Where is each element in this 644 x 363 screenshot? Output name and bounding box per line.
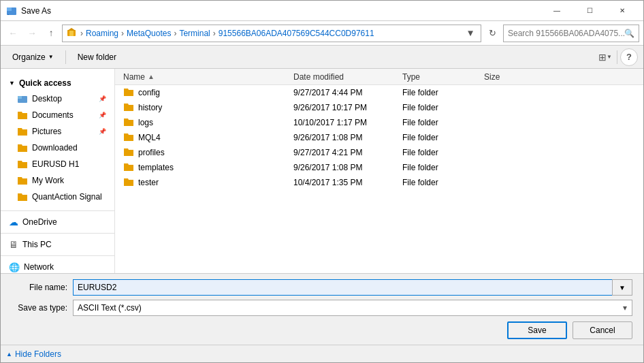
forward-button[interactable]: → bbox=[24, 25, 40, 42]
pictures-icon bbox=[17, 126, 28, 137]
file-row[interactable]: profiles 9/27/2017 4:21 PM File folder bbox=[115, 145, 643, 160]
file-row[interactable]: history 9/26/2017 10:17 PM File folder bbox=[115, 100, 643, 115]
dialog-icon bbox=[6, 5, 17, 16]
folder-icon bbox=[123, 177, 134, 189]
svg-rect-7 bbox=[18, 96, 22, 99]
sidebar-item-documents[interactable]: Documents 📌 bbox=[1, 107, 114, 123]
hide-folders-bar[interactable]: ▲ Hide Folders bbox=[1, 345, 643, 362]
svg-rect-2 bbox=[7, 14, 9, 15]
svg-marker-5 bbox=[67, 28, 76, 31]
documents-icon bbox=[17, 110, 28, 121]
minimize-button[interactable]: — bbox=[541, 1, 573, 21]
breadcrumb-current[interactable]: 915566BA06ADA407569C544CC0D97611 bbox=[219, 29, 374, 38]
breadcrumb-metaquotes[interactable]: MetaQuotes bbox=[127, 29, 171, 38]
quick-access-chevron: ▼ bbox=[9, 80, 15, 86]
save-button[interactable]: Save bbox=[507, 321, 567, 339]
filename-dropdown-button[interactable]: ▼ bbox=[612, 279, 632, 296]
breadcrumb: › Roaming › MetaQuotes › Terminal › 9155… bbox=[62, 25, 481, 42]
help-button[interactable]: ? bbox=[620, 48, 638, 66]
thispc-icon: 🖥 bbox=[9, 239, 18, 250]
header-size: Size bbox=[484, 72, 538, 82]
up-button[interactable]: ↑ bbox=[43, 25, 59, 42]
folder-icon bbox=[123, 87, 134, 99]
maximize-button[interactable]: ☐ bbox=[574, 1, 605, 21]
sidebar-item-mywork[interactable]: My Work bbox=[1, 172, 114, 189]
filename-input[interactable] bbox=[73, 279, 613, 296]
pin-icon: 📌 bbox=[99, 112, 106, 119]
file-row[interactable]: templates 9/26/2017 1:08 PM File folder bbox=[115, 160, 643, 175]
search-box: 🔍 bbox=[503, 25, 639, 42]
cancel-button[interactable]: Cancel bbox=[573, 321, 632, 339]
sort-arrow-icon: ▲ bbox=[148, 73, 155, 80]
sidebar-item-desktop[interactable]: Desktop 📌 bbox=[1, 91, 114, 107]
toolbar-separator bbox=[65, 50, 66, 64]
sidebar-item-network[interactable]: 🌐 Network bbox=[1, 259, 114, 273]
toolbar-separator-2 bbox=[617, 50, 617, 64]
search-input[interactable] bbox=[508, 29, 624, 38]
desktop-icon bbox=[17, 93, 28, 104]
address-bar: ← → ↑ › Roaming › MetaQuotes › Terminal … bbox=[1, 21, 643, 46]
file-row[interactable]: tester 10/4/2017 1:35 PM File folder bbox=[115, 175, 643, 190]
breadcrumb-roaming[interactable]: Roaming bbox=[86, 29, 118, 38]
file-row[interactable]: logs 10/10/2017 1:17 PM File folder bbox=[115, 115, 643, 130]
folder-icon bbox=[123, 102, 134, 114]
sidebar-divider-3 bbox=[1, 255, 114, 256]
saveastype-select[interactable]: ASCII Text (*.csv) CSV (*.csv) All Files… bbox=[73, 300, 632, 316]
sidebar-divider-1 bbox=[1, 210, 114, 211]
mywork-icon bbox=[17, 175, 28, 186]
filename-label: File name: bbox=[12, 283, 73, 292]
onedrive-icon: ☁ bbox=[9, 217, 18, 227]
sidebar-item-quantaction[interactable]: QuantAction Signal bbox=[1, 189, 114, 205]
filename-row: File name: ▼ bbox=[12, 279, 632, 296]
saveastype-select-wrapper: ASCII Text (*.csv) CSV (*.csv) All Files… bbox=[73, 300, 632, 316]
save-as-dialog: Save As — ☐ ✕ ← → ↑ › Roaming › MetaQuot… bbox=[0, 0, 644, 363]
header-name: Name ▲ bbox=[123, 72, 293, 82]
action-row: Save Cancel bbox=[12, 320, 632, 339]
quick-access-section: ▼ Quick access Desktop 📌 Documents 📌 bbox=[1, 72, 114, 208]
title-bar: Save As — ☐ ✕ bbox=[1, 1, 643, 21]
view-dropdown-icon: ▼ bbox=[607, 54, 612, 60]
sidebar-item-eurusd[interactable]: EURUSD H1 bbox=[1, 156, 114, 172]
close-button[interactable]: ✕ bbox=[607, 1, 638, 21]
sidebar-item-pictures[interactable]: Pictures 📌 bbox=[1, 123, 114, 140]
hide-folders-label: Hide Folders bbox=[15, 349, 61, 359]
svg-rect-1 bbox=[7, 7, 12, 11]
sidebar-item-thispc[interactable]: 🖥 This PC bbox=[1, 236, 114, 253]
sidebar-item-downloaded[interactable]: Downloaded bbox=[1, 140, 114, 156]
svg-rect-4 bbox=[69, 30, 74, 36]
breadcrumb-terminal[interactable]: Terminal bbox=[179, 29, 210, 38]
toolbar-right: ⊞ ▼ ? bbox=[596, 48, 638, 66]
header-type: Type bbox=[402, 72, 484, 82]
quantaction-icon bbox=[17, 191, 28, 202]
organize-button[interactable]: Organize ▼ bbox=[6, 48, 60, 66]
folder-icon bbox=[123, 132, 134, 144]
content-area: ▼ Quick access Desktop 📌 Documents 📌 bbox=[1, 69, 643, 273]
sidebar-item-onedrive[interactable]: ☁ OneDrive bbox=[1, 214, 114, 230]
hide-folders-icon: ▲ bbox=[6, 351, 12, 358]
file-row[interactable]: MQL4 9/26/2017 1:08 PM File folder bbox=[115, 130, 643, 145]
new-folder-button[interactable]: New folder bbox=[71, 48, 123, 66]
organize-dropdown-icon: ▼ bbox=[48, 54, 54, 60]
quick-access-header: ▼ Quick access bbox=[1, 74, 114, 91]
sidebar-divider-2 bbox=[1, 233, 114, 234]
breadcrumb-dropdown-button[interactable]: ▼ bbox=[464, 27, 477, 40]
eurusd-icon bbox=[17, 159, 28, 170]
folder-icon bbox=[123, 117, 134, 129]
sidebar: ▼ Quick access Desktop 📌 Documents 📌 bbox=[1, 69, 115, 273]
saveastype-row: Save as type: ASCII Text (*.csv) CSV (*.… bbox=[12, 300, 632, 316]
file-row[interactable]: config 9/27/2017 4:44 PM File folder bbox=[115, 85, 643, 100]
toolbar: Organize ▼ New folder ⊞ ▼ ? bbox=[1, 46, 643, 69]
window-title: Save As bbox=[21, 6, 541, 16]
pin-icon: 📌 bbox=[99, 128, 106, 135]
saveastype-label: Save as type: bbox=[12, 303, 73, 313]
search-icon: 🔍 bbox=[624, 29, 634, 38]
network-icon: 🌐 bbox=[9, 262, 20, 272]
bottom-bar: File name: ▼ Save as type: ASCII Text (*… bbox=[1, 273, 643, 345]
downloaded-icon bbox=[17, 142, 28, 153]
filename-chevron-icon: ▼ bbox=[619, 284, 626, 291]
file-list-header[interactable]: Name ▲ Date modified Type Size bbox=[115, 69, 643, 85]
header-date: Date modified bbox=[293, 72, 402, 82]
back-button[interactable]: ← bbox=[5, 25, 21, 42]
view-button[interactable]: ⊞ ▼ bbox=[596, 48, 614, 66]
refresh-button[interactable]: ↻ bbox=[484, 25, 500, 42]
